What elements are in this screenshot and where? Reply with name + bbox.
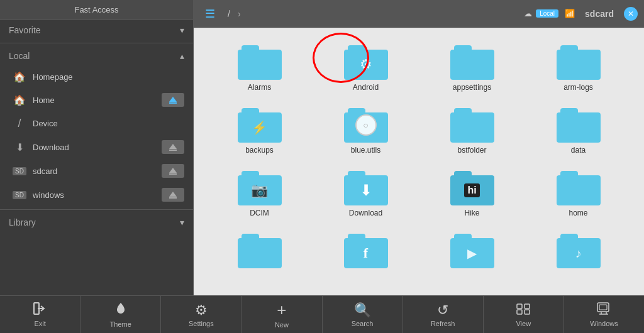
cloud-icon: ☁: [524, 9, 532, 18]
settings-button[interactable]: ⚙ Settings: [161, 296, 242, 333]
svg-rect-3: [169, 150, 177, 151]
sidebar-header: Fast Access: [0, 0, 193, 20]
sidebar-item-device[interactable]: / Device: [0, 112, 193, 135]
svg-rect-10: [517, 304, 522, 308]
download-action-icon: [169, 143, 177, 151]
hike-icon: hi: [464, 183, 479, 197]
local-label: Local: [9, 51, 30, 61]
favorite-label: Favorite: [9, 25, 41, 35]
folder-data[interactable]: data: [531, 103, 625, 160]
folder-home-label: home: [569, 209, 587, 217]
svg-rect-15: [599, 305, 607, 310]
facebook-icon: f: [364, 245, 368, 261]
sidebar-section-favorite: Favorite ▾: [0, 20, 193, 40]
sidebar-item-download[interactable]: ⬇ Download: [0, 135, 193, 159]
folder-dcim-icon: 📷: [238, 171, 282, 205]
loading-spinner: ○: [355, 114, 377, 136]
sidebar-item-windows[interactable]: SD windows: [0, 183, 193, 207]
folder-alarms-icon: [238, 45, 282, 80]
folder-hike[interactable]: hi Hike: [425, 166, 519, 222]
folder-alarms-label: Alarms: [248, 83, 271, 92]
sdcard-label: sdcard: [33, 166, 162, 176]
svg-rect-12: [517, 310, 522, 314]
sidebar-item-sdcard[interactable]: SD sdcard: [0, 159, 193, 183]
view-label: View: [516, 320, 531, 327]
homepage-label: Homepage: [33, 72, 184, 82]
flash-icon: ⚡: [252, 120, 267, 135]
bottom-bar: Exit Theme ⚙ Settings + New 🔍 Search ↺ R…: [0, 295, 644, 333]
hamburger-menu[interactable]: ☰: [200, 4, 220, 23]
folder-arm-logs[interactable]: arm-logs: [531, 40, 625, 97]
library-section-header[interactable]: Library ▾: [0, 212, 193, 232]
folder-home[interactable]: home: [531, 166, 625, 222]
exit-button[interactable]: Exit: [0, 296, 80, 333]
svg-rect-1: [169, 102, 177, 104]
folder-android-label: Android: [353, 83, 379, 92]
folder-video[interactable]: ▶: [425, 229, 519, 276]
folder-bstfolder-label: bstfolder: [457, 146, 486, 155]
theme-svg: [114, 302, 127, 315]
settings-label: Settings: [189, 320, 214, 327]
settings-icon: ⚙: [195, 302, 208, 319]
new-button[interactable]: + New: [242, 296, 322, 333]
exit-label: Exit: [34, 320, 45, 327]
location-title: sdcard: [585, 9, 614, 19]
view-icon: [516, 302, 530, 319]
divider-1: [0, 43, 193, 43]
folder-appsettings[interactable]: appsettings: [425, 40, 519, 97]
folder-dcim[interactable]: 📷 DCIM: [213, 166, 306, 222]
folder-data-icon: [557, 108, 601, 143]
top-bar: ☰ / › ☁ Local 📶 sdcard ✕: [194, 0, 644, 28]
folder-13[interactable]: [213, 229, 306, 276]
library-label: Library: [9, 217, 36, 227]
folder-bstfolder[interactable]: bstfolder: [425, 103, 519, 160]
close-button[interactable]: ✕: [624, 7, 638, 21]
folder-facebook-icon: f: [344, 234, 388, 268]
folder-music[interactable]: ♪: [531, 229, 625, 276]
folder-facebook[interactable]: f: [319, 229, 413, 276]
local-section-header[interactable]: Local ▴: [0, 46, 193, 66]
folder-download-icon: ⬇: [344, 171, 388, 205]
music-icon: ♪: [575, 246, 582, 261]
view-button[interactable]: View: [484, 296, 564, 333]
sidebar-section-library: Library ▾: [0, 212, 193, 232]
svg-marker-2: [169, 144, 177, 149]
folder-blueutils[interactable]: ○ blue.utils: [319, 103, 413, 160]
windows-icon: [597, 302, 611, 319]
theme-icon: [114, 302, 127, 319]
download-eject-btn[interactable]: [162, 140, 184, 154]
sdcard-eject-btn[interactable]: [162, 164, 184, 178]
sidebar-item-home[interactable]: 🏠 Home: [0, 88, 193, 112]
exit-icon: [33, 302, 48, 319]
windows-sd-icon: SD: [13, 191, 26, 199]
chevron-down-icon: ▾: [180, 25, 184, 35]
svg-marker-6: [169, 192, 177, 197]
breadcrumb-sep: ›: [238, 9, 241, 19]
folder-alarms[interactable]: Alarms: [213, 40, 306, 97]
file-grid: Alarms ⚙ Android: [194, 28, 644, 289]
folder-android[interactable]: ⚙ Android: [319, 40, 413, 97]
folder-hike-icon: hi: [450, 171, 494, 205]
device-label: Device: [33, 119, 184, 128]
search-icon: 🔍: [354, 302, 371, 319]
favorite-section-header[interactable]: Favorite ▾: [0, 20, 193, 40]
windows-button[interactable]: Windows: [564, 296, 644, 333]
windows-svg: [597, 302, 611, 315]
camera-icon: 📷: [251, 182, 268, 199]
refresh-label: Refresh: [431, 320, 455, 327]
download-icon: ⬇: [13, 141, 26, 153]
theme-button[interactable]: Theme: [80, 296, 161, 333]
windows-eject-btn[interactable]: [162, 188, 184, 202]
windows-label: Windows: [590, 320, 618, 327]
breadcrumb-root[interactable]: /: [225, 9, 233, 19]
local-badge: Local: [536, 9, 558, 18]
folder-download-label: Download: [349, 209, 382, 217]
search-button[interactable]: 🔍 Search: [323, 296, 403, 333]
folder-backups[interactable]: ⚡ backups: [213, 103, 306, 160]
refresh-button[interactable]: ↺ Refresh: [403, 296, 484, 333]
home-action-icon: [169, 96, 177, 104]
sidebar-item-homepage[interactable]: 🏠 Homepage: [0, 66, 193, 88]
home-eject-btn[interactable]: [162, 93, 184, 107]
main-content: ☰ / › ☁ Local 📶 sdcard ✕ Alarm: [194, 0, 644, 295]
folder-download[interactable]: ⬇ Download: [319, 166, 413, 222]
